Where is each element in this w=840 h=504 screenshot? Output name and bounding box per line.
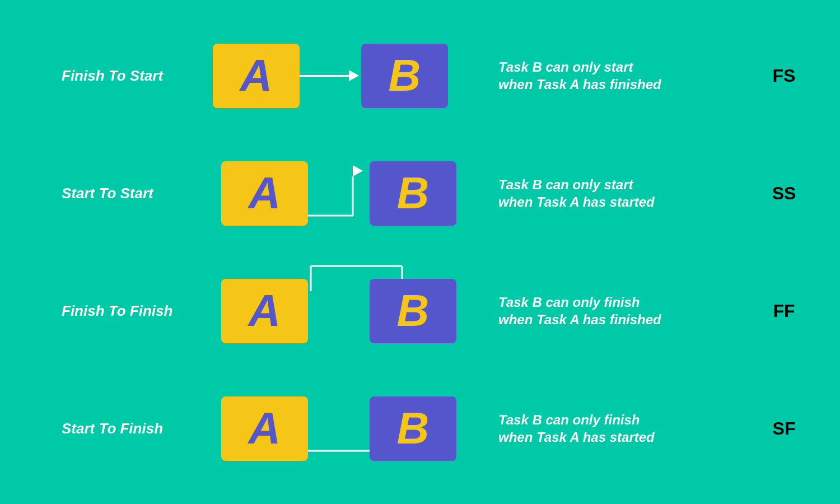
task-b-fs: B [361, 44, 448, 108]
row-start-to-start: Start To Start A B [28, 134, 812, 252]
boxes-sf: A B [204, 396, 456, 461]
task-b-ff: B [370, 279, 456, 343]
task-a-ss: A [221, 161, 308, 226]
diagram-finish-to-start: A B [185, 44, 476, 108]
abbrev-sf: SF [756, 418, 812, 439]
description-ss: Task B can only start when Task A has st… [476, 176, 756, 211]
task-a-sf: A [221, 396, 308, 461]
label-finish-to-start: Finish To Start [28, 67, 185, 85]
description-sf: Task B can only finish when Task A has s… [476, 411, 756, 446]
label-start-to-start: Start To Start [28, 185, 185, 202]
task-b-ss: B [370, 161, 456, 226]
diagram-finish-to-finish: A B [185, 269, 476, 353]
arrow-fs [300, 70, 361, 81]
task-a-ff: A [221, 279, 308, 343]
label-start-to-finish: Start To Finish [28, 420, 185, 437]
abbrev-ss: SS [756, 183, 812, 204]
task-a-fs: A [213, 44, 300, 108]
task-b-label-fs: B [389, 50, 421, 101]
label-finish-to-finish: Finish To Finish [28, 302, 185, 320]
row-finish-to-finish: Finish To Finish A B Task [28, 252, 812, 370]
description-fs: Task B can only start when Task A has fi… [476, 58, 756, 93]
row-finish-to-start: Finish To Start A B Task B can only star… [28, 17, 812, 134]
abbrev-ff: FF [756, 301, 812, 321]
task-b-sf: B [370, 396, 456, 461]
task-a-label-fs: A [240, 50, 273, 101]
diagram-start-to-start: A B [185, 154, 476, 232]
abbrev-fs: FS [756, 66, 812, 86]
boxes-ff: A B [204, 279, 456, 343]
description-ff: Task B can only finish when Task A has f… [476, 293, 756, 328]
main-container: Finish To Start A B Task B can only star… [28, 17, 812, 487]
diagram-fs-inner: A B [213, 44, 448, 108]
boxes-ss: A B [204, 161, 456, 226]
diagram-start-to-finish: A B [185, 386, 476, 470]
row-start-to-finish: Start To Finish A B Task [28, 370, 812, 487]
